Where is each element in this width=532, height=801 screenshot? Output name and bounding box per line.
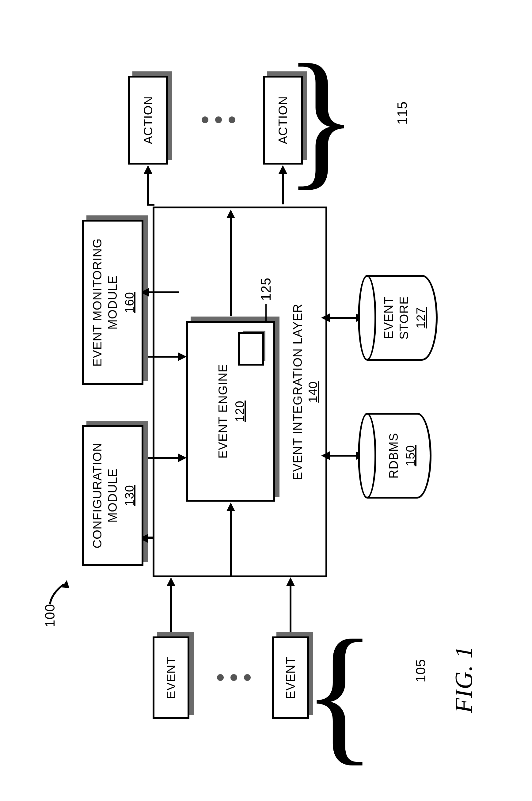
- rdbms-cylinder: RDBMS 150: [367, 413, 432, 499]
- arrow-event-top: [170, 586, 172, 632]
- configuration-module-title: CONFIGURATION MODULE: [90, 442, 120, 549]
- arrow-monitor-to-engine: [148, 356, 179, 358]
- event-box-label: EVENT: [283, 657, 298, 699]
- arrowhead: [167, 577, 175, 586]
- event-engine-num: 120: [233, 400, 247, 422]
- rdbms-title: RDBMS: [386, 433, 401, 478]
- arrow-intlayer-to-config: [147, 537, 153, 539]
- event-box-bottom: EVENT: [272, 636, 309, 719]
- integration-layer-num: 140: [306, 208, 320, 575]
- event-ellipsis: [217, 674, 251, 681]
- arrow-config-to-engine: [148, 457, 179, 459]
- arrow-eventstore: [329, 317, 356, 319]
- arrowhead: [321, 313, 330, 322]
- system-ref-arrow: [49, 578, 71, 606]
- monitoring-module-num: 160: [122, 292, 136, 313]
- system-ref-label: 100: [42, 604, 58, 627]
- event-store-cylinder: EVENT STORE 127: [367, 275, 438, 361]
- arrow-action-top-v: [147, 204, 154, 206]
- event-store-num: 127: [414, 307, 428, 328]
- event-engine-title: EVENT ENGINE: [215, 364, 230, 458]
- arrow-intlayer-to-engine-left: [230, 511, 232, 575]
- event-store-title: EVENT STORE: [381, 296, 412, 340]
- arrow-action-top: [147, 174, 149, 204]
- arrowhead: [144, 165, 152, 174]
- action-ellipsis: [202, 116, 235, 123]
- arrowhead: [226, 502, 235, 511]
- arrowhead: [279, 165, 287, 174]
- action-box-top: ACTION: [128, 76, 168, 165]
- event-engine-inner: [238, 332, 264, 366]
- arrow-rdbms: [329, 455, 356, 457]
- action-box-label: ACTION: [140, 96, 156, 144]
- arrow-event-bottom: [290, 586, 291, 632]
- monitoring-module-box: EVENT MONITORING MODULE 160: [82, 220, 144, 385]
- figure-caption: FIG. 1: [450, 646, 478, 713]
- inputs-brace: {: [303, 616, 376, 770]
- monitoring-module-title: EVENT MONITORING MODULE: [90, 239, 120, 367]
- event-box-top: EVENT: [153, 636, 189, 719]
- arrowhead: [178, 352, 187, 361]
- arrowhead: [226, 210, 235, 218]
- outputs-ref-label: 115: [395, 101, 410, 125]
- rdbms-num: 150: [404, 445, 417, 466]
- arrowhead: [321, 451, 330, 460]
- system-diagram: 100 EVENT EVENT { 105 ACTION ACTION { 11…: [36, 48, 496, 753]
- arrow-engine-to-monitor: [148, 291, 179, 293]
- configuration-module-box: CONFIGURATION MODULE 130: [82, 425, 144, 566]
- event-box-label: EVENT: [163, 657, 179, 699]
- configuration-module-num: 130: [122, 485, 136, 506]
- integration-layer-title: EVENT INTEGRATION LAYER: [291, 208, 305, 575]
- event-engine-box: EVENT ENGINE 120: [186, 321, 275, 502]
- action-box-label: ACTION: [275, 96, 290, 144]
- arrow-engine-to-intlayer-right: [230, 218, 232, 316]
- action-box-bottom: ACTION: [263, 76, 303, 165]
- inputs-ref-label: 105: [413, 659, 429, 682]
- arrow-action-bottom: [282, 174, 284, 204]
- arrowhead: [178, 454, 187, 462]
- arrowhead: [286, 577, 295, 586]
